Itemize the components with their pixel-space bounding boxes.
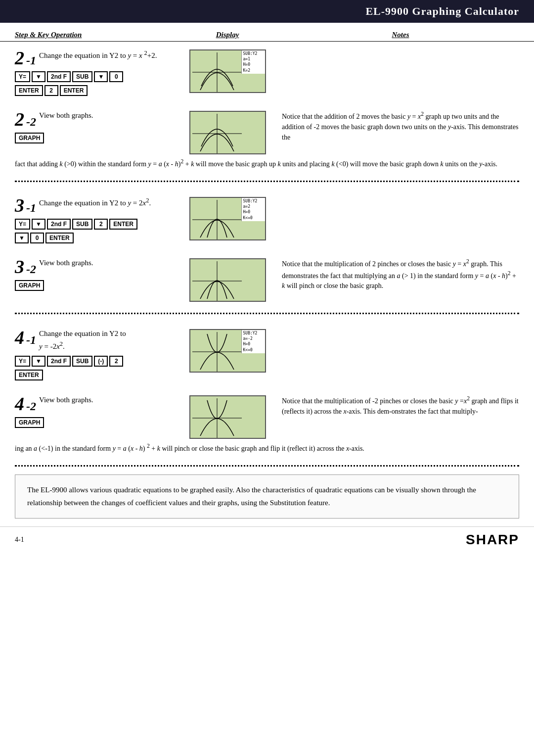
key-0-1[interactable]: 0 xyxy=(109,71,123,82)
step-2-2-text: View both graphs. xyxy=(39,110,93,121)
key-down-arrow-2[interactable]: ▼ xyxy=(94,71,108,82)
step-4-2-text: View both graphs. xyxy=(39,394,93,406)
key-y-equals-3[interactable]: Y= xyxy=(15,219,30,230)
section-2-2-row: 2-2 View both graphs. GRAPH xyxy=(15,110,519,154)
graph-4-1: SUB:Y2a=-2H=0K<=0 xyxy=(189,329,266,373)
key-down-4-1[interactable]: ▼ xyxy=(32,356,45,367)
keys-3-1-row2: ▼ 0 ENTER xyxy=(15,233,173,243)
display-2-1: SUB:Y2a=1H=0K=2 xyxy=(173,48,282,93)
step-number-3-1: 3-1 xyxy=(15,196,36,215)
keys-4-2: GRAPH xyxy=(15,417,173,428)
keys-3-1-row1: Y= ▼ 2nd F SUB 2 ENTER xyxy=(15,219,173,230)
step-4-2-col: 4-2 View both graphs. GRAPH xyxy=(15,394,173,431)
step-2-1-col: 2-1 Change the equation in Y2 to y = x 2… xyxy=(15,48,173,99)
key-0-3[interactable]: 0 xyxy=(30,233,44,243)
graph-3-2 xyxy=(189,258,266,302)
page-header: EL-9900 Graphing Calculator xyxy=(0,0,534,23)
notes-2-2: Notice that the addition of 2 moves the … xyxy=(282,110,519,142)
notes-4-2-text-1: Notice that the multiplication of -2 pin… xyxy=(282,394,519,417)
summary-text: The EL-9900 allows various quadratic equ… xyxy=(27,484,507,509)
notes-4-2: Notice that the multiplication of -2 pin… xyxy=(282,394,519,417)
notes-2-2-full: fact that adding k (>0) within the stand… xyxy=(15,157,519,170)
step-4-2-header: 4-2 View both graphs. xyxy=(15,394,173,413)
keys-4-1-row1: Y= ▼ 2nd F SUB (-) 2 xyxy=(15,356,173,367)
key-neg-4[interactable]: (-) xyxy=(94,356,108,367)
keys-3-2: GRAPH xyxy=(15,280,173,291)
key-2-4[interactable]: 2 xyxy=(109,356,123,367)
graph-3-1: SUB:Y2a=2H=0K<=0 xyxy=(189,197,266,240)
key-sub-3[interactable]: SUB xyxy=(72,219,92,230)
key-2-1[interactable]: 2 xyxy=(44,85,58,96)
step-number-4-2: 4-2 xyxy=(15,394,36,413)
notes-3-2-text: Notice that the multiplication of 2 pinc… xyxy=(282,257,519,291)
main-content: 2-1 Change the equation in Y2 to y = x 2… xyxy=(0,42,534,519)
section-2-1-row: 2-1 Change the equation in Y2 to y = x 2… xyxy=(15,48,519,99)
display-3-1: SUB:Y2a=2H=0K<=0 xyxy=(173,196,282,240)
section-4-2: 4-2 View both graphs. GRAPH xyxy=(15,387,519,458)
step-2-2-header: 2-2 View both graphs. xyxy=(15,110,173,129)
section-3-2: 3-2 View both graphs. GRAPH xyxy=(15,250,519,306)
key-sub-1[interactable]: SUB xyxy=(72,71,92,82)
step-3-2-header: 3-2 View both graphs. xyxy=(15,257,173,276)
key-enter-2[interactable]: ENTER xyxy=(60,85,88,96)
step-number-2-2: 2-2 xyxy=(15,110,36,129)
display-2-1-sub: SUB:Y2a=1H=0K=2 xyxy=(241,50,265,74)
graph-2-1: SUB:Y2a=1H=0K=2 xyxy=(189,49,266,93)
step-2-2-col: 2-2 View both graphs. GRAPH xyxy=(15,110,173,146)
summary-box: The EL-9900 allows various quadratic equ… xyxy=(15,474,519,519)
step-number-4-1: 4-1 xyxy=(15,328,36,347)
page-number: 4-1 xyxy=(15,536,24,544)
display-4-1: SUB:Y2a=-2H=0K<=0 xyxy=(173,328,282,373)
col-header-step: Step & Key Operation xyxy=(15,31,173,39)
display-3-2 xyxy=(173,257,282,302)
display-2-2 xyxy=(173,110,282,154)
step-number-3-2: 3-2 xyxy=(15,257,36,276)
page-footer: 4-1 SHARP xyxy=(0,526,534,553)
sharp-logo: SHARP xyxy=(466,532,519,548)
key-graph-1[interactable]: GRAPH xyxy=(15,133,44,143)
step-2-1-text: Change the equation in Y2 to y = x 2+2. xyxy=(39,48,157,61)
step-number-2-1: 2-1 xyxy=(15,48,36,67)
graph-2-2 xyxy=(189,111,266,154)
key-enter-1[interactable]: ENTER xyxy=(15,85,43,96)
step-4-1-header: 4-1 Change the equation in Y2 toy = -2x2… xyxy=(15,328,173,352)
step-3-2-text: View both graphs. xyxy=(39,257,93,269)
key-2nd-f-1[interactable]: 2nd F xyxy=(47,71,71,82)
col-header-notes: Notes xyxy=(282,31,519,39)
section-3-2-row: 3-2 View both graphs. GRAPH xyxy=(15,257,519,302)
key-2-3[interactable]: 2 xyxy=(94,219,108,230)
step-3-1-text: Change the equation in Y2 to y = 2x2. xyxy=(39,196,151,209)
key-2nd-f-3[interactable]: 2nd F xyxy=(47,219,71,230)
column-headers: Step & Key Operation Display Notes xyxy=(0,27,534,42)
key-enter-4[interactable]: ENTER xyxy=(15,370,43,380)
display-4-1-sub: SUB:Y2a=-2H=0K<=0 xyxy=(241,330,265,353)
notes-3-2: Notice that the multiplication of 2 pinc… xyxy=(282,257,519,291)
key-sub-4[interactable]: SUB xyxy=(72,356,92,367)
key-down-3-2[interactable]: ▼ xyxy=(15,233,29,243)
step-3-1-header: 3-1 Change the equation in Y2 to y = 2x2… xyxy=(15,196,173,215)
key-down-3-1[interactable]: ▼ xyxy=(32,219,45,230)
step-3-2-col: 3-2 View both graphs. GRAPH xyxy=(15,257,173,294)
step-2-1-header: 2-1 Change the equation in Y2 to y = x 2… xyxy=(15,48,173,67)
step-3-1-col: 3-1 Change the equation in Y2 to y = 2x2… xyxy=(15,196,173,246)
section-4-1-row: 4-1 Change the equation in Y2 toy = -2x2… xyxy=(15,328,519,383)
key-y-equals-4[interactable]: Y= xyxy=(15,356,30,367)
separator-1 xyxy=(15,181,519,182)
key-down-arrow-1[interactable]: ▼ xyxy=(32,71,45,82)
graph-4-2 xyxy=(189,395,266,439)
keys-2-1-row1: Y= ▼ 2nd F SUB ▼ 0 xyxy=(15,71,173,82)
key-y-equals[interactable]: Y= xyxy=(15,71,30,82)
key-2nd-f-4[interactable]: 2nd F xyxy=(47,356,71,367)
display-4-2 xyxy=(173,394,282,439)
step-4-1-text: Change the equation in Y2 toy = -2x2. xyxy=(39,328,126,352)
key-graph-4[interactable]: GRAPH xyxy=(15,417,44,428)
section-3-1: 3-1 Change the equation in Y2 to y = 2x2… xyxy=(15,189,519,250)
keys-2-2: GRAPH xyxy=(15,133,173,143)
key-enter-3[interactable]: ENTER xyxy=(109,219,137,230)
separator-2 xyxy=(15,313,519,314)
key-enter-3b[interactable]: ENTER xyxy=(45,233,74,243)
key-graph-3[interactable]: GRAPH xyxy=(15,280,44,291)
section-2-1: 2-1 Change the equation in Y2 to y = x 2… xyxy=(15,42,519,103)
display-3-1-sub: SUB:Y2a=2H=0K<=0 xyxy=(241,198,265,221)
notes-2-2-text: Notice that the addition of 2 moves the … xyxy=(282,110,519,142)
